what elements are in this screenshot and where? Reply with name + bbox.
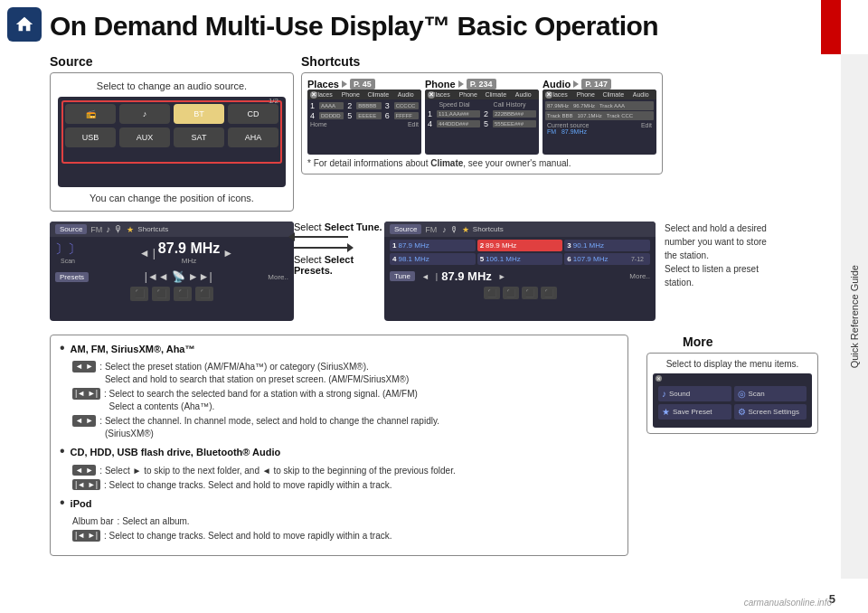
tuner-mic-icon: 🎙 <box>114 224 123 234</box>
tdr-range: 7-12 <box>631 256 647 262</box>
phone-arrow-icon <box>458 80 464 88</box>
phone-tab-header: Places Phone Climate Audio <box>425 90 539 99</box>
source-screen: 📻 ♪ BT CD USB AUX SAT AHA 1/2 <box>58 97 286 187</box>
page-title: On Demand Multi-Use Display™ Basic Opera… <box>50 11 658 42</box>
places-close-icon: ✕ <box>310 91 317 99</box>
tuner-skip-fwd-icon[interactable]: ►►| <box>188 270 212 283</box>
tuner-left-bottom: Presets |◄◄ 📡 ►►| More.. <box>50 269 294 285</box>
amfm-row-2: |◄ ►| : Select to search the selected ba… <box>72 388 618 413</box>
tdr-bottom-bar: Tune ◄ | 87.9 MHz ► More.. <box>384 268 656 285</box>
places-screen: ✕ Places Phone Climate Audio 1AAAA2BBBBB… <box>307 90 421 155</box>
tdr-ch-5[interactable]: 5106.1 MHz <box>477 253 563 265</box>
select-presets-label: Select Select Presets. <box>294 254 384 276</box>
audio-screen: ✕ Places Phone Climate Audio 87.9MHz 96.… <box>542 90 656 155</box>
cd-row-1: ◄ ► : Select ► to skip to the next folde… <box>72 465 618 477</box>
src-icon-fm: 📻 <box>65 104 116 124</box>
tuner-scan-area: 〕〕 Scan <box>55 241 80 264</box>
phone-screen: ✕ Places Phone Climate Audio Speed Dial … <box>425 90 539 155</box>
tuner-shortcuts-label: Shortcuts <box>137 225 168 233</box>
tdr-freq-main: 87.9 MHz <box>441 269 492 283</box>
btn-ipod-track: |◄ ►| <box>72 530 100 542</box>
tbi-3: ⬛ <box>174 287 192 301</box>
more-item-screensettings[interactable]: ⚙ Screen Settings <box>734 404 807 420</box>
more-item-savepreset[interactable]: ★ Save Preset <box>658 404 731 420</box>
select-tune-area: Select Select Tune. Select Select Preset… <box>294 222 384 276</box>
shortcuts-section: Shortcuts Places P. 45 ✕ Places Phone <box>301 54 663 174</box>
home-icon <box>14 14 34 34</box>
tdbi-3: ⬛ <box>522 287 538 299</box>
climate-bold: Climate <box>430 158 463 168</box>
tuner-antenna-icon: 📡 <box>172 270 185 283</box>
source-icons-grid: 📻 ♪ BT CD USB AUX SAT AHA <box>58 97 286 155</box>
source-indicator: 1/2 <box>269 97 278 105</box>
tuner-more-btn[interactable]: More.. <box>268 273 288 281</box>
source-label: Source <box>50 54 294 69</box>
tuner-presets-btn[interactable]: Presets <box>55 272 89 282</box>
audio-row-1: 87.9MHz 96.7MHz Track AAA <box>545 101 654 110</box>
arrow-right <box>294 247 384 249</box>
tbi-1: ⬛ <box>130 287 148 301</box>
bullet-title-cd: • CD, HDD, USB flash drive, Bluetooth® A… <box>60 446 618 462</box>
btn-track: |◄ ►| <box>72 479 100 491</box>
tdr-ctrl-prev[interactable]: ◄ <box>421 272 429 281</box>
phone-page-ref: P. 234 <box>467 79 496 90</box>
tdr-ch-1[interactable]: 187.9 MHz <box>390 240 476 251</box>
tdr-ch-3[interactable]: 390.1 MHz <box>564 240 650 251</box>
sound-icon: ♪ <box>662 389 666 399</box>
places-label: Places P. 45 <box>307 79 421 90</box>
tdr-top: Source FM ♪ 🎙 ★ Shortcuts <box>384 222 656 237</box>
source-desc: Select to change an audio source. <box>58 80 286 91</box>
tuner-freq-sub: MHz <box>158 257 220 265</box>
more-box: Select to display the menu items. ✕ ♪ So… <box>646 353 818 434</box>
places-footer: HomeEdit <box>310 121 419 127</box>
sound-label: Sound <box>669 390 690 398</box>
tdr-more-btn[interactable]: More.. <box>629 272 650 280</box>
tuner-right-display: Source FM ♪ 🎙 ★ Shortcuts 187.9 MHz 289.… <box>384 222 656 321</box>
more-close-icon: ✕ <box>656 375 662 382</box>
tdr-ch-4[interactable]: 498.1 MHz <box>390 253 476 265</box>
amfm-row-3: ◄ ► : Select the channel. In channel mod… <box>72 415 618 440</box>
tuner-source-btn[interactable]: Source <box>55 224 87 234</box>
tdr-source-btn[interactable]: Source <box>390 224 421 234</box>
places-row-1: 1AAAA2BBBBB3CCCCC <box>310 101 419 110</box>
shortcut-places: Places P. 45 ✕ Places Phone Climate Audi… <box>307 79 421 155</box>
tdr-fm-label: FM <box>425 225 437 234</box>
tdr-mic-icon: 🎙 <box>450 225 458 234</box>
btn-seek: |◄ ►| <box>72 388 100 400</box>
shortcuts-label: Shortcuts <box>301 54 663 69</box>
tdr-note-icon: ♪ <box>442 225 447 234</box>
tuner-next-btn[interactable]: ► <box>222 247 233 259</box>
savepreset-icon: ★ <box>662 407 670 417</box>
more-item-sound[interactable]: ♪ Sound <box>658 386 731 401</box>
tuner-scan-icon: 〕〕 <box>55 241 80 258</box>
ipod-row-2: |◄ ►| : Select to change tracks. Select … <box>72 530 618 542</box>
album-bar-label: Album bar <box>72 515 114 528</box>
places-row-2: 4DDDDD5EEEEE6FFFFF <box>310 111 419 120</box>
shortcut-phone: Phone P. 234 ✕ Places Phone Climate Audi… <box>425 79 539 155</box>
tdr-ctrl-sep: | <box>436 272 438 281</box>
arrow-line-left <box>294 236 348 238</box>
tuner-skip-back-icon[interactable]: |◄◄ <box>145 270 169 283</box>
audio-body: 87.9MHz 96.7MHz Track AAA Track BBB 107.… <box>542 99 656 137</box>
tdr-ch-2[interactable]: 289.9 MHz <box>477 240 563 251</box>
shortcuts-note: * For detail informations about Climate,… <box>307 158 656 168</box>
tdbi-2: ⬛ <box>503 287 519 299</box>
phone-label: Phone P. 234 <box>425 79 539 90</box>
more-items-grid: ♪ Sound ◎ Scan ★ Save Preset ⚙ Screen Se… <box>653 373 812 423</box>
tdr-ch-6[interactable]: 6107.9 MHz 7-12 <box>564 253 650 265</box>
tuner-prev-btn[interactable]: ◄ <box>139 247 150 259</box>
tdr-ctrl-next[interactable]: ► <box>498 272 506 281</box>
screensettings-icon: ⚙ <box>738 407 746 417</box>
places-tab-header: Places Phone Climate Audio <box>307 90 421 99</box>
home-icon-box[interactable] <box>7 7 42 42</box>
bullet-section-ipod: • iPod Album bar : Select an album. |◄ ►… <box>60 497 618 542</box>
src-icon-sat: SAT <box>174 127 224 147</box>
tdr-star-icon: ★ <box>462 225 469 234</box>
audio-label: Audio P. 147 <box>542 79 656 90</box>
more-section: More Select to display the menu items. ✕… <box>646 335 818 434</box>
shortcuts-outer-box: Places P. 45 ✕ Places Phone Climate Audi… <box>301 72 663 174</box>
bullet-section-amfm: • AM, FM, SiriusXM®, Aha™ ◄ ► : Select t… <box>60 343 618 440</box>
red-accent-box <box>821 0 841 54</box>
tdr-tune-btn[interactable]: Tune <box>390 271 415 281</box>
more-item-scan[interactable]: ◎ Scan <box>734 386 807 401</box>
